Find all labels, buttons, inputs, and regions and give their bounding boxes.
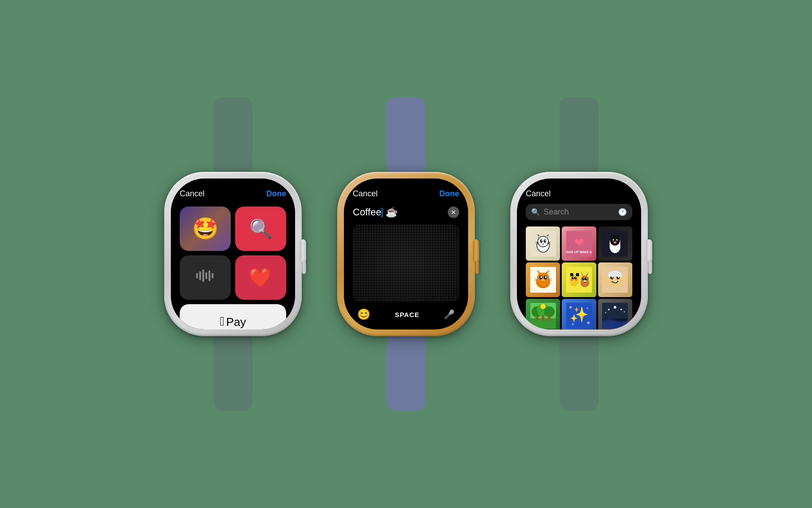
svg-point-73 [586,278,587,279]
gif-heart-image: ❤ WAKE UP WAKE UP [566,231,592,257]
side-button-2[interactable] [475,261,479,274]
gif-cell-2[interactable]: ❤ WAKE UP WAKE UP [562,226,596,261]
emoji-keyboard-button[interactable]: 😊 [357,308,371,321]
coffee-input-area: Coffee ☕ ✕ 😊 SPACE 🎤 [353,206,459,321]
mic-dots-pattern [353,224,459,302]
watch-case-2: Cancel Done Coffee ☕ ✕ [337,172,475,336]
sticker-gif-search[interactable]: 🔍 [235,206,286,251]
digital-crown-1[interactable] [300,239,306,264]
svg-point-95 [572,323,574,325]
band-bottom-1 [213,335,252,411]
svg-point-67 [581,275,589,283]
apple-icon:  [220,315,224,328]
side-button-1[interactable] [302,261,306,274]
gif-cell-8[interactable]: ✨ [562,299,596,329]
sticker-apple-pay[interactable]:  Pay [180,304,286,329]
cancel-button-2[interactable]: Cancel [353,189,378,198]
svg-rect-4 [209,270,210,281]
watch-outer-3: Cancel 🔍 Search 🕐 [510,172,648,336]
svg-point-13 [541,240,542,241]
svg-rect-57 [570,273,573,276]
gif-water-image [602,303,628,329]
svg-point-86 [544,306,555,317]
svg-point-90 [540,304,546,309]
screen-header-2: Cancel Done [353,189,459,198]
watch-case-1: Cancel Done 🤩 🔍 [164,172,302,336]
svg-point-96 [587,321,590,324]
svg-point-33 [617,239,618,240]
svg-rect-87 [536,316,538,321]
band-bottom-3 [560,335,599,411]
clear-button[interactable]: ✕ [448,206,459,218]
svg-point-72 [583,278,584,279]
done-button-1[interactable]: Done [266,189,286,198]
keyboard-bottom: 😊 SPACE 🎤 [353,308,459,321]
svg-point-32 [613,239,614,240]
svg-rect-5 [212,273,213,278]
svg-point-94 [587,307,588,309]
watch-2: Cancel Done Coffee ☕ ✕ [337,97,475,411]
digital-crown-3[interactable] [646,239,652,264]
screen-content-1: Cancel Done 🤩 🔍 [171,179,295,329]
side-button-3[interactable] [648,261,652,274]
sticker-audio[interactable] [180,255,231,300]
input-text[interactable]: Coffee ☕ [353,206,444,218]
sticker-memoji[interactable]: 🤩 [180,206,231,251]
gif-cell-9[interactable] [598,299,632,329]
gif-cat-1-image [530,231,556,257]
gif-cell-3[interactable] [598,226,632,261]
microphone-button[interactable]: 🎤 [444,309,455,320]
svg-point-15 [542,242,544,244]
svg-point-102 [605,312,607,314]
band-top-3 [560,97,599,173]
watch-outer-2: Cancel Done Coffee ☕ ✕ [337,172,475,336]
gif-cell-4[interactable] [526,262,560,297]
gif-green-image [530,303,556,329]
cancel-button-1[interactable]: Cancel [180,189,205,198]
screen-content-3: Cancel 🔍 Search 🕐 [517,179,641,329]
gif-search-area: 🔍 Search 🕐 [526,204,632,329]
watch-1: Cancel Done 🤩 🔍 [164,97,302,411]
svg-text:✨: ✨ [570,306,589,324]
gif-laugh-image [602,267,628,293]
screen-header-3: Cancel [526,189,632,198]
svg-point-47 [545,276,546,278]
band-bottom-2 [386,335,426,411]
sticker-heart[interactable]: ❤️ [235,255,286,300]
watch-case-3: Cancel 🔍 Search 🕐 [510,172,648,336]
space-button[interactable]: SPACE [395,311,420,318]
svg-point-103 [624,311,625,313]
watch-screen-3: Cancel 🔍 Search 🕐 [517,179,641,329]
cancel-button-3[interactable]: Cancel [526,189,551,198]
svg-point-63 [575,277,576,278]
svg-point-74 [583,280,586,282]
coffee-text: Coffee [353,206,381,218]
audio-waveform-icon [194,268,217,288]
svg-point-11 [540,239,543,243]
gif-cell-7[interactable] [526,299,560,329]
gif-cell-6[interactable] [598,262,632,297]
svg-point-14 [545,240,546,241]
search-bar[interactable]: 🔍 Search 🕐 [526,204,632,220]
done-button-2[interactable]: Done [439,189,459,198]
watch-3: Cancel 🔍 Search 🕐 [510,97,648,411]
svg-rect-88 [542,315,544,321]
microphone-area[interactable] [353,224,459,302]
gif-cell-5[interactable] [562,262,596,297]
gif-cell-1[interactable] [526,226,560,261]
sticker-grid: 🤩 🔍 [180,206,286,329]
svg-point-100 [614,306,616,309]
svg-point-64 [571,279,573,281]
search-icon: 🔍 [531,208,540,216]
svg-rect-0 [196,273,198,278]
svg-point-101 [620,309,622,310]
gif-grid: ❤ WAKE UP WAKE UP [526,226,632,329]
svg-rect-1 [199,271,201,280]
search-placeholder-text: Search [544,207,615,217]
svg-rect-2 [202,270,204,282]
digital-crown-2[interactable] [473,239,479,264]
svg-text:❤: ❤ [574,236,584,250]
memoji-emoji: 🤩 [192,216,219,241]
screen-content-2: Cancel Done Coffee ☕ ✕ [344,179,468,329]
gif-sylvester-image [602,231,628,257]
